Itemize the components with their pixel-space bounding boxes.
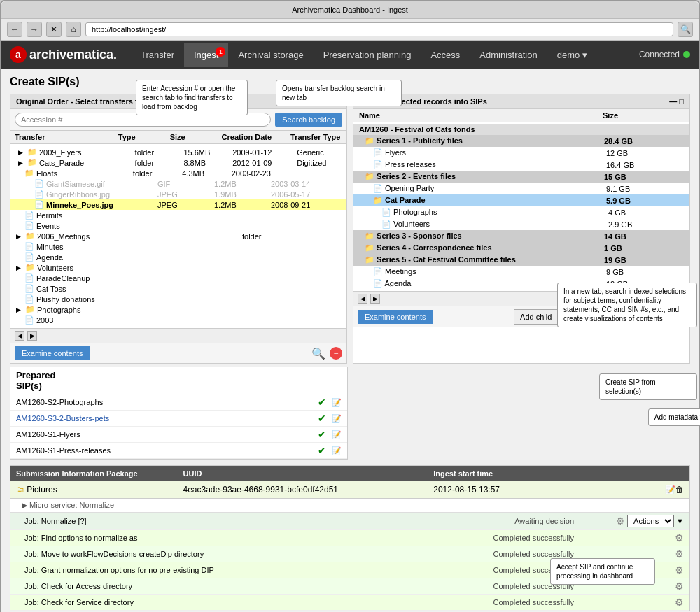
scroll-left[interactable]: ◀ (15, 331, 24, 341)
actions-dropdown[interactable]: Actions (627, 515, 674, 527)
ingest-package-row[interactable]: 🗂 Pictures 4eac3ade-93ae-4668-9931-bcfe0… (10, 481, 690, 499)
gear-icon[interactable]: ⚙ (675, 532, 684, 543)
remove-left-button[interactable]: − (330, 347, 342, 360)
nav-item-administration[interactable]: Administration (470, 43, 547, 67)
tree-item[interactable]: 📄 GingerRibbons.jpg JPEG 1.9MB 2006-05-1… (10, 189, 346, 199)
tree-item-highlighted[interactable]: 📄 Minneke_Poes.jpg JPEG 1.2MB 2008-09-21 (10, 199, 346, 210)
nav-item-demo-label: demo ▾ (557, 50, 587, 60)
tree-item[interactable]: 📄 GiantSiamese.gif GIF 1.2MB 2003-03-14 (10, 178, 346, 189)
item-name: ParadeCleanup (36, 274, 90, 283)
nav-item-preservation-planning[interactable]: Preservation planning (314, 43, 421, 67)
folder-icon: 📁 (27, 158, 37, 167)
prepared-sip-item[interactable]: AM1260-S3-2-Busters-pets ✔ 📝 (10, 411, 347, 427)
nav-item-ingest[interactable]: Ingest 1 (184, 43, 228, 67)
home-button[interactable]: ⌂ (66, 22, 81, 37)
item-type: GIF (158, 180, 212, 188)
search-backlog-button[interactable]: Search backlog (275, 113, 342, 127)
item-name: GiantSiamese.gif (46, 180, 155, 188)
examine-contents-left-button[interactable]: Examine contents (15, 346, 90, 360)
tree-item[interactable]: 📄 Cat Toss (10, 283, 346, 294)
sip-action-icon[interactable]: 📝 (332, 430, 342, 439)
item-size: 14 GB (604, 232, 684, 241)
tree-item[interactable]: 📄 Events (10, 220, 346, 231)
item-date: 2008-09-21 (271, 201, 344, 209)
right-tree-item[interactable]: 📄 Photographs 4 GB (354, 206, 690, 218)
nav-item-archival-storage[interactable]: Archival storage (228, 43, 313, 67)
url-bar[interactable] (85, 22, 673, 36)
tree-item[interactable]: ▶ 📁 Photographs (10, 304, 346, 315)
tree-item[interactable]: ▶ 📁 2009_Flyers folder 15.6MB 2009-01-12… (10, 147, 346, 157)
right-tree-item[interactable]: 📄 Flyers 12 GB (354, 147, 690, 159)
item-name: 📄 Flyers (373, 148, 606, 157)
right-tree-item[interactable]: 📁 Series 3 - Sponsor files 14 GB (354, 230, 690, 242)
right-tree-item-highlighted[interactable]: 📁 Cat Parade 5.9 GB (354, 194, 690, 206)
scroll-right-right[interactable]: ▶ (370, 294, 380, 304)
scroll-right[interactable]: ▶ (27, 331, 37, 341)
prepared-sip-item[interactable]: AM1260-S1-Flyers ✔ 📝 (10, 427, 347, 443)
add-child-button[interactable]: Add child (514, 309, 558, 325)
nav-item-access[interactable]: Access (421, 43, 470, 67)
examine-contents-right-button[interactable]: Examine contents (358, 310, 433, 324)
item-size: 1.2MB (214, 180, 269, 188)
item-name: 📁 Cat Parade (373, 196, 606, 205)
tree-arrow: ▶ (16, 233, 23, 240)
item-size: 1 GB (604, 244, 684, 252)
sip-action-icon[interactable]: 📝 (332, 414, 342, 423)
sip-action-icon[interactable]: 📝 (332, 446, 342, 455)
folder-icon: 📁 (24, 169, 34, 178)
item-name: 2003 (36, 316, 53, 325)
tree-item[interactable]: 📄 Agenda (10, 252, 346, 262)
scroll-left-right[interactable]: ◀ (358, 294, 368, 304)
tree-item[interactable]: 📄 ParadeCleanup (10, 273, 346, 283)
item-name: 📄 Opening Party (373, 184, 606, 193)
nav-item-access-label: Access (430, 50, 460, 60)
tree-item[interactable]: ▶ 📁 2006_Meetings folder (10, 231, 346, 241)
right-tree-item[interactable]: 📄 Meetings 9 GB (354, 266, 690, 278)
tree-item[interactable]: ▶ 📁 Cats_Parade folder 8.8MB 2012-01-09 … (10, 157, 346, 168)
tree-item[interactable]: 📁 Floats folder 4.3MB 2003-02-23 (10, 168, 346, 178)
connected-status: Connected (639, 50, 690, 59)
file-icon: 📄 (24, 315, 34, 325)
right-tree-item[interactable]: AM1260 - Festival of Cats fonds (354, 124, 690, 135)
item-date: 2003-02-23 (232, 169, 295, 178)
forward-button[interactable]: → (27, 22, 42, 37)
search-browser-button[interactable]: 🔍 (678, 22, 693, 37)
sip-action-icon[interactable]: 📝 (332, 398, 342, 407)
job-row: Job: Normalize [?] Awaiting decision ⚙ A… (10, 513, 690, 530)
prepared-sip-item[interactable]: AM1260-S1-Press-releases ✔ 📝 (10, 443, 347, 459)
right-tree-item[interactable]: 📁 Series 4 - Correspondence files 1 GB (354, 242, 690, 254)
file-icon: 📄 (24, 211, 34, 220)
tree-item[interactable]: 📄 Minutes (10, 241, 346, 252)
stop-button[interactable]: ✕ (46, 22, 62, 37)
gear-icon[interactable]: ⚙ (616, 515, 625, 527)
gear-icon[interactable]: ⚙ (675, 581, 684, 592)
col-header-actions-ingest (601, 469, 684, 478)
right-tree-item[interactable]: 📄 Press releases 16.4 GB (354, 159, 690, 171)
item-name: AM1260 - Festival of Cats fonds (359, 125, 603, 134)
add-metadata-tooltip: Add metadata to SIP (648, 408, 700, 426)
file-icon: 📄 (34, 179, 44, 188)
right-tree-item[interactable]: 📄 Volunteers 2.9 GB (354, 218, 690, 230)
tree-arrow: ▶ (16, 264, 23, 271)
prepared-sip-item[interactable]: AM1260-S2-Photographs ✔ 📝 (10, 394, 347, 411)
gear-icon[interactable]: ⚙ (675, 597, 684, 608)
search-icon-button[interactable]: 🔍 (312, 347, 326, 360)
panel-controls: — □ (669, 97, 684, 106)
right-tree-item[interactable]: 📄 Opening Party 9.1 GB (354, 183, 690, 194)
tree-item[interactable]: ▶ 📁 Volunteers (10, 262, 346, 273)
back-button[interactable]: ← (7, 22, 22, 37)
nav-item-demo[interactable]: demo ▾ (547, 43, 597, 67)
right-tree-item[interactable]: 📁 Series 5 - Cat Festival Committee file… (354, 254, 690, 266)
gear-icon[interactable]: ⚙ (675, 564, 684, 576)
item-name: GingerRibbons.jpg (46, 190, 155, 199)
tree-item[interactable]: 📄 Permits (10, 210, 346, 220)
nav-item-ingest-label: Ingest (194, 50, 218, 60)
nav-item-transfer[interactable]: Transfer (131, 43, 184, 67)
gear-icon[interactable]: ⚙ (675, 548, 684, 560)
item-name: Agenda (36, 253, 344, 262)
tree-item[interactable]: 📄 Plushy donations (10, 294, 346, 304)
right-tree-item[interactable]: 📁 Series 2 - Events files 15 GB (354, 171, 690, 183)
right-tree-item[interactable]: 📁 Series 1 - Publicity files 28.4 GB (354, 135, 690, 147)
tree-item[interactable]: 📄 2003 (10, 315, 346, 325)
sip-check-icon: ✔ (318, 445, 326, 456)
